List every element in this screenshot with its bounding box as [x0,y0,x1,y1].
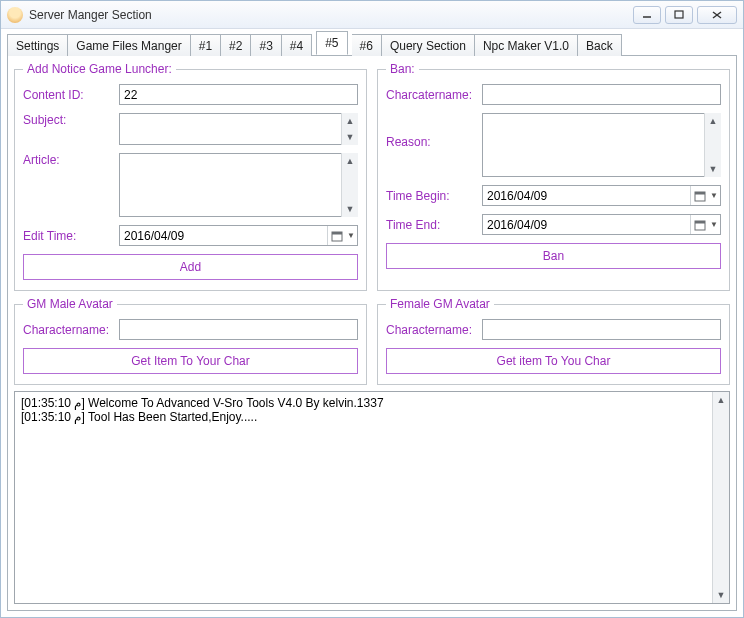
article-label: Article: [23,153,113,167]
app-icon [7,7,23,23]
gm-female-charname-label: Charactername: [386,323,476,337]
ban-charname-label: Charcatername: [386,88,476,102]
tab-gamefiles[interactable]: Game Files Manger [68,34,190,56]
close-icon [711,10,723,20]
scroll-down-icon: ▼ [342,201,358,217]
scrollbar[interactable]: ▲▼ [341,153,358,217]
article-input[interactable] [119,153,358,217]
window-title: Server Manger Section [29,8,633,22]
gm-male-legend: GM Male Avatar [23,297,117,311]
top-row: Add Notice Game Luncher: Content ID: Sub… [14,62,730,291]
ban-legend: Ban: [386,62,419,76]
edit-time-value: 2016/04/09 [120,229,327,243]
ban-button[interactable]: Ban [386,243,721,269]
subject-label: Subject: [23,113,113,127]
ban-group: Ban: Charcatername: Reason: ▲▼ Time Begi… [377,62,730,291]
tab-settings[interactable]: Settings [7,34,68,56]
ban-charname-input[interactable] [482,84,721,105]
tab-bar: Settings Game Files Manger #1 #2 #3 #4 #… [7,33,737,56]
gm-female-get-button[interactable]: Get item To You Char [386,348,721,374]
add-button[interactable]: Add [23,254,358,280]
minimize-icon [642,11,652,19]
ban-reason-label: Reason: [386,113,476,149]
tab-query[interactable]: Query Section [382,34,475,56]
subject-input[interactable] [119,113,358,145]
gm-female-charname-input[interactable] [482,319,721,340]
time-begin-picker[interactable]: 2016/04/09 ▼ [482,185,721,206]
window-controls [633,6,737,24]
scroll-up-icon: ▲ [713,392,729,408]
svg-rect-9 [695,221,705,224]
tab-3[interactable]: #3 [251,34,281,56]
log-line: [01:35:10 م] Tool Has Been Started,Enjoy… [21,410,723,424]
content-id-label: Content ID: [23,88,113,102]
tab-2[interactable]: #2 [221,34,251,56]
tab-4[interactable]: #4 [282,34,312,56]
scroll-down-icon: ▼ [705,161,721,177]
content-id-input[interactable] [119,84,358,105]
tab-5[interactable]: #5 [316,31,347,55]
chevron-down-icon: ▼ [708,186,720,205]
titlebar[interactable]: Server Manger Section [1,1,743,29]
maximize-icon [674,10,684,19]
ban-reason-input[interactable] [482,113,721,177]
gm-male-charname-input[interactable] [119,319,358,340]
time-end-value: 2016/04/09 [483,218,690,232]
gm-female-group: Female GM Avatar Charactername: Get item… [377,297,730,385]
time-end-label: Time End: [386,218,476,232]
calendar-icon [690,215,708,234]
time-begin-label: Time Begin: [386,189,476,203]
calendar-icon [327,226,345,245]
scroll-down-icon: ▼ [342,129,358,145]
edit-time-label: Edit Time: [23,229,113,243]
scroll-up-icon: ▲ [342,113,358,129]
scroll-up-icon: ▲ [705,113,721,129]
scrollbar[interactable]: ▲▼ [341,113,358,145]
calendar-icon [690,186,708,205]
chevron-down-icon: ▼ [708,215,720,234]
close-button[interactable] [697,6,737,24]
tab-6[interactable]: #6 [352,34,382,56]
minimize-button[interactable] [633,6,661,24]
time-begin-value: 2016/04/09 [483,189,690,203]
gm-male-group: GM Male Avatar Charactername: Get Item T… [14,297,367,385]
log-line: [01:35:10 م] Welcome To Advanced V-Sro T… [21,396,723,410]
app-window: Server Manger Section Settings Game File… [0,0,744,618]
avatar-row: GM Male Avatar Charactername: Get Item T… [14,297,730,385]
gm-male-charname-label: Charactername: [23,323,113,337]
svg-rect-5 [332,232,342,235]
svg-rect-1 [675,11,683,18]
gm-male-get-button[interactable]: Get Item To Your Char [23,348,358,374]
notice-group: Add Notice Game Luncher: Content ID: Sub… [14,62,367,291]
scrollbar[interactable]: ▲▼ [704,113,721,177]
scrollbar[interactable]: ▲▼ [712,392,729,603]
maximize-button[interactable] [665,6,693,24]
chevron-down-icon: ▼ [345,226,357,245]
gm-female-legend: Female GM Avatar [386,297,494,311]
client-area: Settings Game Files Manger #1 #2 #3 #4 #… [1,29,743,617]
log-area[interactable]: [01:35:10 م] Welcome To Advanced V-Sro T… [14,391,730,604]
edit-time-picker[interactable]: 2016/04/09 ▼ [119,225,358,246]
tab-back[interactable]: Back [578,34,622,56]
scroll-down-icon: ▼ [713,587,729,603]
tab-pane: Add Notice Game Luncher: Content ID: Sub… [7,56,737,611]
tab-1[interactable]: #1 [191,34,221,56]
tab-npc[interactable]: Npc Maker V1.0 [475,34,578,56]
svg-rect-7 [695,192,705,195]
notice-legend: Add Notice Game Luncher: [23,62,176,76]
time-end-picker[interactable]: 2016/04/09 ▼ [482,214,721,235]
scroll-up-icon: ▲ [342,153,358,169]
